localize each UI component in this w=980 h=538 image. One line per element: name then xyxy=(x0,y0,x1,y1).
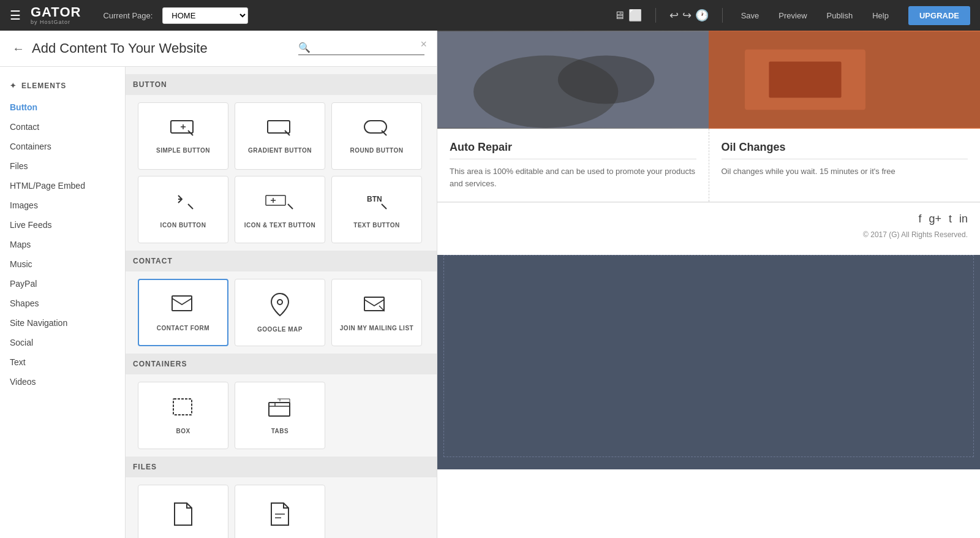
sidebar-item-contact[interactable]: Contact xyxy=(0,117,125,137)
file2-card[interactable] xyxy=(235,485,325,538)
current-page-label: Current Page: xyxy=(103,11,153,20)
elements-section-header: ✦ ELEMENTS xyxy=(0,77,125,97)
preview-button[interactable]: Preview xyxy=(774,9,812,23)
logo-text: GATOR xyxy=(31,6,81,19)
icon-button-label: ICON BUTTON xyxy=(160,222,206,229)
sidebar-item-live-feeds[interactable]: Live Feeds xyxy=(0,215,125,235)
undo-icon[interactable]: ↩ xyxy=(669,9,679,22)
history-icons: ↩ ↪ 🕐 xyxy=(669,9,709,22)
site-dark-section xyxy=(437,255,980,469)
sidebar-item-text[interactable]: Text xyxy=(0,352,125,372)
sidebar-item-videos[interactable]: Videos xyxy=(0,372,125,392)
mailing-list-icon xyxy=(363,294,390,320)
svg-rect-7 xyxy=(364,297,384,311)
sidebar-item-social[interactable]: Social xyxy=(0,333,125,352)
gradient-button-icon xyxy=(266,118,293,142)
googleplus-icon[interactable]: g+ xyxy=(929,213,941,225)
publish-button[interactable]: Publish xyxy=(822,9,858,23)
box-icon xyxy=(171,396,195,423)
linkedin-icon[interactable]: in xyxy=(959,213,968,225)
save-button[interactable]: Save xyxy=(736,9,764,23)
gradient-button-label: GRADIENT BUTTON xyxy=(248,147,312,154)
sidebar-item-containers[interactable]: Containers xyxy=(0,137,125,156)
svg-text:BTN: BTN xyxy=(367,195,382,203)
desktop-view-icon[interactable]: 🖥 xyxy=(614,9,625,22)
box-label: BOX xyxy=(176,428,190,434)
tabs-label: TABS xyxy=(271,428,288,434)
google-map-card[interactable]: GOOGLE MAP xyxy=(235,279,325,346)
back-arrow-icon[interactable]: ← xyxy=(12,42,24,56)
sidebar-item-shapes[interactable]: Shapes xyxy=(0,294,125,313)
search-icon: 🔍 xyxy=(298,42,311,53)
facebook-icon[interactable]: f xyxy=(918,213,921,225)
gradient-button-card[interactable]: GRADIENT BUTTON xyxy=(235,102,325,170)
svg-rect-16 xyxy=(769,61,841,97)
site-images-row xyxy=(437,31,980,129)
sidebar-item-maps[interactable]: Maps xyxy=(0,235,125,254)
social-icons: f g+ t in xyxy=(450,213,968,225)
copyright-text: © 2017 (G) All Rights Reserved. xyxy=(450,230,968,239)
text-button-label: TEXT BUTTON xyxy=(353,222,399,229)
tabs-icon xyxy=(266,396,293,423)
tablet-view-icon[interactable]: ⬜ xyxy=(628,9,642,22)
file1-card[interactable] xyxy=(138,485,228,538)
files-section-label: FILES xyxy=(126,457,437,477)
site-col-2: Oil Changes Oil changes while you wait. … xyxy=(709,129,981,202)
simple-button-card[interactable]: SIMPLE BUTTON xyxy=(138,102,228,170)
search-input[interactable] xyxy=(314,43,424,53)
svg-rect-8 xyxy=(173,399,192,415)
search-area: 🔍 xyxy=(298,42,424,55)
upgrade-button[interactable]: UPGRADE xyxy=(908,6,970,25)
left-panel: ← Add Content To Your Website 🔍 × ✦ ELEM… xyxy=(0,31,437,538)
svg-point-6 xyxy=(277,300,282,305)
svg-rect-9 xyxy=(269,403,290,416)
contact-section-label: CONTACT xyxy=(126,251,437,271)
page-selector[interactable]: HOME ABOUT SERVICES CONTACT xyxy=(162,7,248,24)
website-preview: Auto Repair This area is 100% editable a… xyxy=(437,31,980,538)
menu-hamburger-icon[interactable]: ☰ xyxy=(10,8,21,23)
text-button-card[interactable]: BTN TEXT BUTTON xyxy=(331,176,422,243)
contact-grid: CONTACT FORM GOOGLE MAP xyxy=(138,279,424,346)
elements-section-icon: ✦ xyxy=(10,81,17,90)
icon-text-button-label: ICON & TEXT BUTTON xyxy=(244,222,316,229)
icon-button-icon xyxy=(170,191,197,217)
main-area: ← Add Content To Your Website 🔍 × ✦ ELEM… xyxy=(0,31,980,538)
round-button-card[interactable]: ROUND BUTTON xyxy=(331,102,422,170)
site-col-1: Auto Repair This area is 100% editable a… xyxy=(437,129,709,202)
sidebar-item-paypal[interactable]: PayPal xyxy=(0,274,125,294)
icon-button-card[interactable]: ICON BUTTON xyxy=(138,176,228,243)
box-card[interactable]: BOX xyxy=(138,382,228,449)
top-nav: ☰ GATOR by HostGator Current Page: HOME … xyxy=(0,0,980,31)
col1-title: Auto Repair xyxy=(450,141,696,159)
google-map-label: GOOGLE MAP xyxy=(257,326,303,333)
contact-form-icon xyxy=(171,294,195,320)
site-image-right xyxy=(709,31,980,129)
svg-rect-1 xyxy=(268,121,290,133)
col1-text: This area is 100% editable and can be us… xyxy=(450,165,696,189)
history-icon[interactable]: 🕐 xyxy=(695,9,709,22)
mailing-list-card[interactable]: JOIN MY MAILING LIST xyxy=(331,279,422,346)
help-button[interactable]: Help xyxy=(867,9,894,23)
svg-rect-2 xyxy=(364,121,386,133)
sidebar-item-html[interactable]: HTML/Page Embed xyxy=(0,176,125,195)
file2-icon xyxy=(269,502,291,531)
panel-header: ← Add Content To Your Website 🔍 × xyxy=(0,31,437,67)
tabs-card[interactable]: TABS xyxy=(235,382,325,449)
file1-icon xyxy=(172,502,194,531)
svg-point-12 xyxy=(558,56,655,104)
twitter-icon[interactable]: t xyxy=(949,213,952,225)
sidebar-item-images[interactable]: Images xyxy=(0,195,125,215)
button-section-label: BUTTON xyxy=(126,74,437,95)
device-icons: 🖥 ⬜ xyxy=(614,9,642,22)
icon-text-button-card[interactable]: ICON & TEXT BUTTON xyxy=(235,176,325,243)
sidebar-item-files[interactable]: Files xyxy=(0,156,125,176)
sidebar-item-button[interactable]: Button xyxy=(0,97,125,117)
col2-title: Oil Changes xyxy=(722,141,968,159)
contact-form-card[interactable]: CONTACT FORM xyxy=(138,279,228,346)
mailing-list-label: JOIN MY MAILING LIST xyxy=(340,325,413,332)
sidebar-item-music[interactable]: Music xyxy=(0,254,125,274)
redo-icon[interactable]: ↪ xyxy=(682,9,692,22)
sidebar-item-site-navigation[interactable]: Site Navigation xyxy=(0,313,125,333)
close-icon[interactable]: × xyxy=(420,38,427,51)
svg-rect-5 xyxy=(172,296,192,311)
